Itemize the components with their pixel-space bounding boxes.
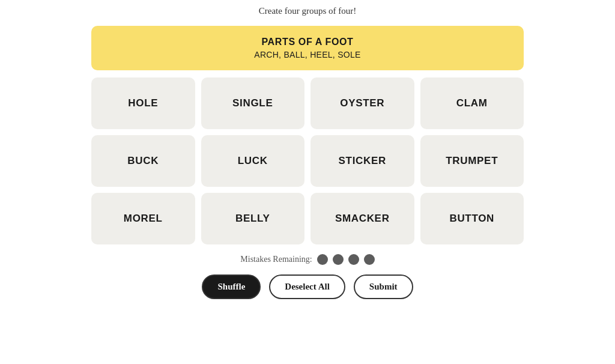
subtitle: Create four groups of four! (259, 6, 356, 16)
tile-label-belly: BELLY (235, 213, 270, 225)
submit-button[interactable]: Submit (354, 275, 413, 299)
tile-belly[interactable]: BELLY (201, 193, 305, 244)
tile-trumpet[interactable]: TRUMPET (420, 135, 524, 187)
solved-category-title: PARTS OF A FOOT (101, 37, 514, 47)
tile-buck[interactable]: BUCK (91, 135, 195, 187)
tile-hole[interactable]: HOLE (91, 77, 195, 129)
action-buttons: Shuffle Deselect All Submit (202, 275, 413, 299)
tile-clam[interactable]: CLAM (420, 77, 524, 129)
tile-sticker[interactable]: STICKER (311, 135, 414, 187)
tile-label-luck: LUCK (238, 155, 268, 167)
tile-label-button: BUTTON (449, 213, 494, 225)
mistake-dot-3 (348, 254, 359, 265)
mistakes-row: Mistakes Remaining: (240, 254, 374, 265)
game-container: Create four groups of four! PARTS OF A F… (91, 6, 524, 299)
tile-single[interactable]: SINGLE (201, 77, 305, 129)
tile-label-smacker: SMACKER (335, 213, 390, 225)
tile-label-clam: CLAM (456, 97, 488, 109)
tile-button[interactable]: BUTTON (420, 193, 524, 244)
tile-label-hole: HOLE (128, 97, 158, 109)
mistakes-label: Mistakes Remaining: (240, 255, 312, 264)
tile-morel[interactable]: MOREL (91, 193, 195, 244)
mistake-dot-2 (333, 254, 344, 265)
tile-label-morel: MOREL (124, 213, 163, 225)
tile-label-buck: BUCK (127, 155, 159, 167)
tile-oyster[interactable]: OYSTER (311, 77, 414, 129)
tile-label-single: SINGLE (232, 97, 273, 109)
solved-category: PARTS OF A FOOT ARCH, BALL, HEEL, SOLE (91, 26, 524, 70)
tile-luck[interactable]: LUCK (201, 135, 305, 187)
mistake-dot-1 (317, 254, 328, 265)
tile-label-trumpet: TRUMPET (446, 155, 498, 167)
solved-category-words: ARCH, BALL, HEEL, SOLE (101, 50, 514, 59)
tiles-grid: HOLESINGLEOYSTERCLAMBUCKLUCKSTICKERTRUMP… (91, 77, 524, 244)
shuffle-button[interactable]: Shuffle (202, 275, 261, 299)
tile-label-sticker: STICKER (339, 155, 386, 167)
deselect-all-button[interactable]: Deselect All (269, 275, 345, 299)
tile-label-oyster: OYSTER (340, 97, 384, 109)
mistake-dot-4 (364, 254, 375, 265)
tile-smacker[interactable]: SMACKER (311, 193, 414, 244)
